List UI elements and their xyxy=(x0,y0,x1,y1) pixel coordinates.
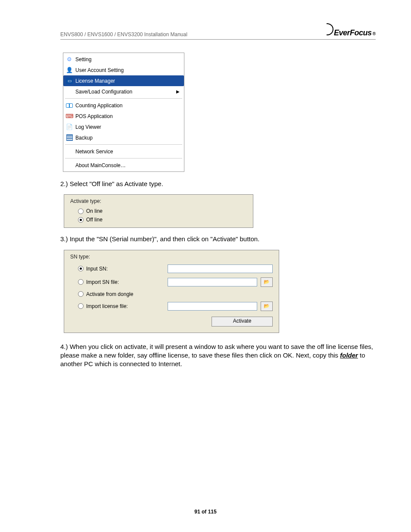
counting-icon xyxy=(66,102,73,109)
radio-icon xyxy=(78,291,84,297)
menu-item-setting[interactable]: ⚙ Setting xyxy=(63,54,184,65)
pos-icon: ⌨ xyxy=(66,113,73,120)
sn-text-input[interactable] xyxy=(168,264,273,273)
brand-logo: EverFocus ® xyxy=(327,23,376,37)
activate-type-label: Activate type: xyxy=(70,198,247,204)
radio-import-sn[interactable]: Import SN file: xyxy=(78,279,164,285)
row-from-dongle: Activate from dongle xyxy=(70,289,273,299)
menu-label: About MainConsole… xyxy=(75,162,126,168)
activate-type-panel: Activate type: On line Off line xyxy=(64,194,253,228)
backup-icon xyxy=(66,134,73,141)
page-header: ENVS800 / ENVS1600 / ENVS3200 Installati… xyxy=(60,23,376,40)
radio-label: Activate from dongle xyxy=(86,291,133,297)
log-icon: 📄 xyxy=(66,124,73,131)
menu-label: License Manager xyxy=(75,78,115,84)
radio-offline[interactable]: Off line xyxy=(70,215,247,224)
menu-item-user-account[interactable]: 👤 User Account Setting xyxy=(63,65,184,75)
menu-separator xyxy=(65,158,182,159)
radio-label: On line xyxy=(86,208,103,214)
sn-type-panel: SN type: Input SN: Import SN file: 📂 Act… xyxy=(64,250,279,333)
radio-icon xyxy=(78,303,84,309)
import-license-path-input[interactable] xyxy=(168,302,257,311)
browse-sn-button[interactable]: 📂 xyxy=(261,277,273,287)
menu-separator xyxy=(65,144,182,145)
menu-label: Network Service xyxy=(75,149,113,155)
import-sn-path-input[interactable] xyxy=(168,278,257,286)
menu-label: Counting Application xyxy=(75,103,122,109)
menu-item-log-viewer[interactable]: 📄 Log Viewer xyxy=(63,121,184,132)
step-4-folder: folder xyxy=(340,352,358,359)
radio-from-dongle[interactable]: Activate from dongle xyxy=(78,291,164,297)
menu-item-counting[interactable]: Counting Application xyxy=(63,100,184,111)
menu-label: Setting xyxy=(75,56,91,62)
activate-button[interactable]: Activate xyxy=(212,317,273,327)
gear-icon: ⚙ xyxy=(66,56,73,63)
menu-item-about[interactable]: About MainConsole… xyxy=(63,160,184,171)
step-3-text: 3.) Input the "SN (Serial number)", and … xyxy=(60,235,376,243)
logo-registered: ® xyxy=(373,31,376,36)
document-page: ENVS800 / ENVS1600 / ENVS3200 Installati… xyxy=(0,0,411,532)
logo-mark-icon xyxy=(327,23,333,35)
row-input-sn: Input SN: xyxy=(70,262,273,275)
radio-icon xyxy=(78,279,84,285)
browse-license-button[interactable]: 📂 xyxy=(261,302,273,311)
radio-icon xyxy=(78,217,84,223)
menu-item-network-service[interactable]: Network Service xyxy=(63,146,184,157)
menu-label: Save/Load Configuration xyxy=(75,89,132,95)
radio-label: Input SN: xyxy=(86,266,108,272)
menu-item-save-load[interactable]: Save/Load Configuration ▶ xyxy=(63,86,184,97)
menu-label: User Account Setting xyxy=(75,67,124,73)
header-title: ENVS800 / ENVS1600 / ENVS3200 Installati… xyxy=(60,31,187,37)
submenu-arrow-icon: ▶ xyxy=(176,89,180,94)
step-2-text: 2.) Select "Off line" as Activate type. xyxy=(60,180,376,188)
radio-label: Off line xyxy=(86,217,103,223)
step-4-pre: 4.) When you click on activate, it will … xyxy=(60,343,373,359)
radio-label: Import license file: xyxy=(86,303,128,309)
menu-label: POS Application xyxy=(75,113,113,119)
row-import-sn: Import SN file: 📂 xyxy=(70,275,273,289)
user-icon: 👤 xyxy=(66,67,73,74)
folder-icon: 📂 xyxy=(264,303,270,309)
context-menu: ⚙ Setting 👤 User Account Setting ▭ Licen… xyxy=(63,53,184,172)
card-icon: ▭ xyxy=(66,78,73,84)
menu-label: Log Viewer xyxy=(75,124,101,130)
radio-icon xyxy=(78,208,84,214)
radio-import-license[interactable]: Import license file: xyxy=(78,303,164,309)
activate-button-row: Activate xyxy=(70,313,273,327)
menu-item-license-manager[interactable]: ▭ License Manager xyxy=(63,75,184,86)
logo-text: EverFocus xyxy=(334,28,372,37)
menu-label: Backup xyxy=(75,135,93,141)
radio-label: Import SN file: xyxy=(86,279,119,285)
folder-icon: 📂 xyxy=(264,279,270,285)
radio-online[interactable]: On line xyxy=(70,207,247,215)
radio-input-sn[interactable]: Input SN: xyxy=(78,266,164,272)
radio-icon xyxy=(78,266,84,271)
page-number: 91 of 115 xyxy=(0,509,411,515)
sn-type-label: SN type: xyxy=(70,254,273,260)
menu-item-backup[interactable]: Backup xyxy=(63,132,184,143)
menu-item-pos[interactable]: ⌨ POS Application xyxy=(63,111,184,121)
row-import-license: Import license file: 📂 xyxy=(70,299,273,313)
step-4-text: 4.) When you click on activate, it will … xyxy=(60,342,376,369)
menu-separator xyxy=(65,98,182,99)
